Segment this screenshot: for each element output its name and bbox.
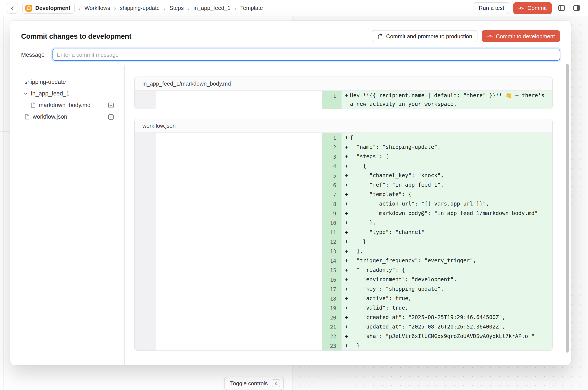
diff-sign: + bbox=[341, 91, 350, 108]
old-line-gutter bbox=[135, 246, 156, 256]
toggle-controls-button[interactable]: Toggle controls K bbox=[224, 377, 284, 390]
diff-sign: + bbox=[341, 266, 350, 274]
commit-to-development-label: Commit to development bbox=[496, 33, 555, 39]
diff-sign: + bbox=[341, 152, 350, 161]
diff-line: 2+ "name": "shipping-update", bbox=[135, 142, 552, 152]
new-line-content: + "markdown_body@": "in_app_feed_1/markd… bbox=[341, 208, 552, 218]
old-line-gutter bbox=[135, 91, 156, 109]
diff-line: 11+ "type": "channel" bbox=[135, 228, 552, 237]
diff-code: "template": { bbox=[350, 190, 552, 199]
diff-code: "__readonly": { bbox=[350, 266, 552, 274]
diff-code: "name": "shipping-update", bbox=[350, 143, 552, 151]
diff-sign: + bbox=[341, 228, 350, 237]
diff-code: "action_url": "{{ vars.app_url }}", bbox=[350, 199, 552, 208]
diff-body: 1+Hey **{{ recipient.name | default: "th… bbox=[135, 91, 552, 109]
breadcrumb-workflows[interactable]: Workflows bbox=[85, 5, 110, 11]
diff-line: 5+ "channel_key": "knock", bbox=[135, 171, 552, 180]
diff-line: 22+ "sha": "pJeLVir6xIlUCMGqs9qroZoUAVDS… bbox=[135, 332, 552, 341]
diff-area[interactable]: in_app_feed_1/markdown_body.md 1+Hey **{… bbox=[125, 65, 571, 365]
promote-icon bbox=[376, 33, 383, 39]
new-line-content: + "template": { bbox=[341, 190, 552, 199]
new-line-content: + } bbox=[341, 237, 552, 246]
new-line-number: 17 bbox=[321, 284, 341, 294]
new-line-number: 6 bbox=[321, 180, 341, 190]
new-line-number: 10 bbox=[321, 218, 341, 228]
diff-added-icon bbox=[108, 114, 114, 120]
breadcrumb-separator: › bbox=[114, 5, 116, 11]
commit-button[interactable]: Commit bbox=[513, 2, 552, 14]
tree-workflow-root[interactable]: shipping-update bbox=[25, 76, 114, 88]
commit-promote-button[interactable]: Commit and promote to production bbox=[372, 30, 477, 42]
diff-code: "type": "channel" bbox=[350, 228, 552, 237]
toggle-left-panel-button[interactable] bbox=[556, 2, 567, 13]
modal-scrollbar[interactable] bbox=[566, 64, 569, 353]
old-line-content bbox=[156, 332, 321, 341]
commit-message-input[interactable] bbox=[53, 49, 560, 61]
diff-line: 1+{ bbox=[135, 133, 552, 142]
new-line-number: 14 bbox=[321, 256, 341, 265]
breadcrumb-workflow-key[interactable]: shipping-update bbox=[120, 5, 160, 11]
new-line-number: 11 bbox=[321, 228, 341, 237]
commit-to-development-button[interactable]: Commit to development bbox=[481, 30, 560, 42]
message-label: Message bbox=[21, 51, 44, 58]
new-line-number: 13 bbox=[321, 246, 341, 256]
breadcrumb-template[interactable]: Template bbox=[240, 5, 263, 11]
tree-folder-in-app-feed[interactable]: in_app_feed_1 bbox=[25, 88, 114, 99]
diff-sign: + bbox=[341, 285, 350, 293]
diff-code: }, bbox=[350, 218, 552, 227]
panel-divider bbox=[3, 16, 4, 390]
diff-code: "markdown_body@": "in_app_feed_1/markdow… bbox=[350, 209, 552, 218]
run-test-label: Run a test bbox=[479, 5, 504, 11]
diff-line: 12+ } bbox=[135, 237, 552, 246]
environment-icon bbox=[25, 4, 32, 11]
new-line-content: + "channel_key": "knock", bbox=[341, 171, 552, 180]
panel-left-icon bbox=[558, 4, 565, 12]
breadcrumb-step[interactable]: in_app_feed_1 bbox=[194, 5, 231, 11]
toggle-right-panel-button[interactable] bbox=[571, 2, 582, 13]
old-line-content bbox=[156, 228, 321, 237]
diff-code: "key": "shipping-update", bbox=[350, 285, 552, 293]
old-line-content bbox=[156, 256, 321, 265]
old-line-content bbox=[156, 199, 321, 208]
diff-line: 10+ }, bbox=[135, 218, 552, 228]
back-button[interactable] bbox=[7, 2, 18, 13]
tree-folder-label: in_app_feed_1 bbox=[31, 90, 69, 97]
old-line-gutter bbox=[135, 152, 156, 161]
diff-sign: + bbox=[341, 190, 350, 199]
diff-code: "updated_at": "2025-08-26T20:26:52.36400… bbox=[350, 323, 552, 331]
diff-sign: + bbox=[341, 218, 350, 227]
diff-sign: + bbox=[341, 143, 350, 151]
new-line-content: + "active": true, bbox=[341, 294, 552, 303]
old-line-gutter bbox=[135, 142, 156, 152]
modal-actions: Commit and promote to production Commit … bbox=[372, 30, 560, 42]
old-line-gutter bbox=[135, 199, 156, 208]
new-line-content: + "valid": true, bbox=[341, 303, 552, 313]
new-line-number: 20 bbox=[321, 313, 341, 322]
diff-sign: + bbox=[341, 181, 350, 189]
diff-code: "created_at": "2025-08-25T19:29:46.64450… bbox=[350, 313, 552, 322]
old-line-content bbox=[156, 152, 321, 161]
new-line-number: 21 bbox=[321, 322, 341, 332]
diff-panel-workflow-json: workflow.json 1+{2+ "name": "shipping-up… bbox=[134, 119, 553, 351]
old-line-gutter bbox=[135, 294, 156, 303]
tree-file-workflow-json[interactable]: workflow.json bbox=[25, 111, 114, 123]
old-line-content bbox=[156, 180, 321, 190]
new-line-number: 12 bbox=[321, 237, 341, 246]
diff-line: 8+ "action_url": "{{ vars.app_url }}", bbox=[135, 199, 552, 208]
tree-file-markdown-body[interactable]: markdown_body.md bbox=[25, 99, 114, 111]
diff-code: "ref": "in_app_feed_1", bbox=[350, 181, 552, 189]
environment-badge[interactable]: Development bbox=[22, 2, 75, 13]
breadcrumb-separator: › bbox=[234, 5, 236, 11]
old-line-content bbox=[156, 237, 321, 246]
new-line-content: + "name": "shipping-update", bbox=[341, 142, 552, 152]
new-line-number: 15 bbox=[321, 265, 341, 275]
run-test-button[interactable]: Run a test bbox=[474, 2, 510, 14]
old-line-gutter bbox=[135, 190, 156, 199]
breadcrumb-steps[interactable]: Steps bbox=[169, 5, 184, 11]
old-line-content bbox=[156, 190, 321, 199]
diff-line: 7+ "template": { bbox=[135, 190, 552, 199]
shortcut-key: K bbox=[272, 379, 280, 388]
commit-icon bbox=[518, 5, 524, 11]
commit-label: Commit bbox=[527, 5, 547, 11]
old-line-gutter bbox=[135, 313, 156, 322]
